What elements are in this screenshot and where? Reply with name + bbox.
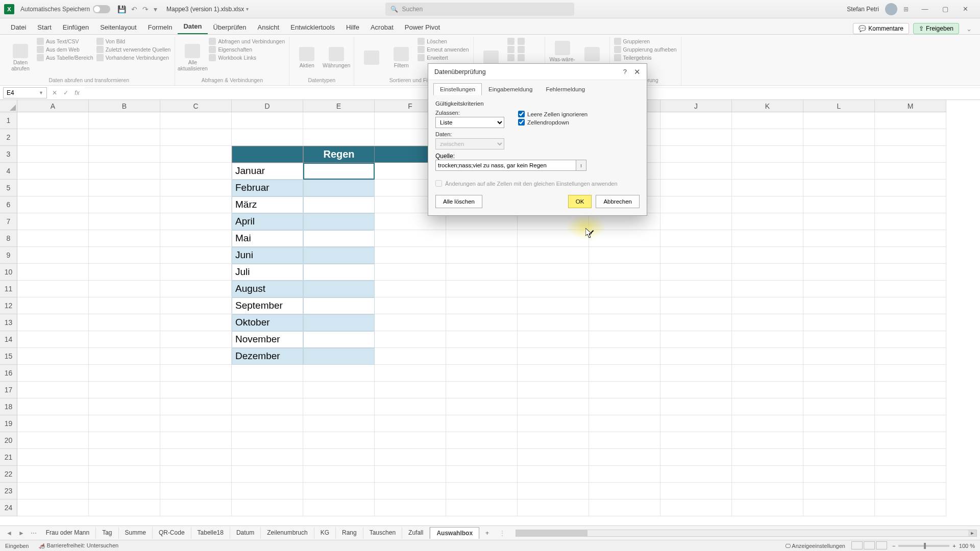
month-cell-juli[interactable]: Juli	[232, 264, 303, 281]
cell[interactable]	[589, 365, 660, 382]
cell[interactable]	[17, 247, 89, 264]
cell[interactable]	[803, 314, 875, 331]
tab-entwicklertools[interactable]: Entwicklertools	[285, 20, 340, 34]
cell[interactable]	[160, 365, 232, 382]
cell[interactable]	[446, 449, 518, 466]
cell[interactable]	[660, 297, 732, 314]
cell[interactable]	[17, 348, 89, 365]
cell[interactable]	[160, 449, 232, 466]
cell[interactable]	[89, 129, 160, 146]
workbook-links[interactable]: Workbook Links	[209, 54, 285, 61]
cell[interactable]	[446, 432, 518, 449]
horizontal-scrollbar[interactable]: ◄ ►	[516, 530, 977, 537]
cell[interactable]	[732, 449, 803, 466]
month-cell-märz[interactable]: März	[232, 196, 303, 213]
row-header-16[interactable]: 16	[0, 365, 17, 382]
cell[interactable]	[17, 466, 89, 483]
confirm-formula-icon[interactable]: ✓	[61, 89, 70, 96]
cell[interactable]	[375, 314, 446, 331]
cell[interactable]	[232, 382, 303, 398]
cell[interactable]	[160, 112, 232, 129]
cell[interactable]	[589, 449, 660, 466]
cell[interactable]	[89, 163, 160, 180]
cell[interactable]	[518, 449, 589, 466]
cell[interactable]	[875, 466, 946, 483]
cell[interactable]	[732, 398, 803, 415]
cell[interactable]	[875, 196, 946, 213]
page-layout-view-icon[interactable]	[864, 541, 875, 549]
add-sheet-button[interactable]: +	[479, 530, 495, 537]
cell[interactable]	[875, 348, 946, 365]
cell[interactable]	[232, 415, 303, 432]
cell[interactable]	[732, 129, 803, 146]
cell[interactable]	[160, 297, 232, 314]
cell[interactable]	[375, 398, 446, 415]
cell[interactable]	[17, 264, 89, 281]
row-header-22[interactable]: 22	[0, 466, 17, 483]
cell[interactable]	[89, 247, 160, 264]
sort-az-button[interactable]	[358, 38, 385, 77]
cell[interactable]	[232, 449, 303, 466]
row-header-23[interactable]: 23	[0, 483, 17, 499]
cell[interactable]	[232, 365, 303, 382]
cell[interactable]	[160, 314, 232, 331]
cell[interactable]	[732, 297, 803, 314]
cell[interactable]	[17, 314, 89, 331]
cell[interactable]	[303, 432, 375, 449]
row-header-1[interactable]: 1	[0, 112, 17, 129]
cell[interactable]	[589, 432, 660, 449]
dialog-close-button[interactable]: ✕	[634, 67, 641, 77]
tab-ansicht[interactable]: Ansicht	[252, 20, 285, 34]
redo-icon[interactable]: ↷	[142, 5, 149, 13]
cell[interactable]	[89, 348, 160, 365]
teams-icon[interactable]: ⊞	[903, 6, 909, 13]
from-image[interactable]: Von Bild	[96, 38, 171, 45]
cell[interactable]	[303, 415, 375, 432]
cell[interactable]	[875, 365, 946, 382]
row-header-21[interactable]: 21	[0, 449, 17, 466]
row-header-5[interactable]: 5	[0, 180, 17, 196]
ribbon-options-icon[interactable]: ⌄	[963, 25, 975, 33]
month-cell-mai[interactable]: Mai	[232, 230, 303, 247]
cell[interactable]	[660, 331, 732, 348]
sheet-tab-rang[interactable]: Rang	[336, 527, 363, 539]
cell[interactable]	[875, 213, 946, 230]
cell[interactable]	[89, 230, 160, 247]
cell[interactable]	[803, 432, 875, 449]
tab-seitenlayout[interactable]: Seitenlayout	[94, 20, 142, 34]
in-cell-dropdown-checkbox[interactable]: Zellendropdown	[518, 119, 587, 126]
cell[interactable]	[89, 196, 160, 213]
sheet-tab-datum[interactable]: Datum	[230, 527, 261, 539]
cancel-formula-icon[interactable]: ✕	[50, 89, 59, 96]
cell[interactable]	[875, 180, 946, 196]
dialog-help-button[interactable]: ?	[623, 68, 627, 76]
cell[interactable]	[17, 146, 89, 163]
cell[interactable]	[589, 331, 660, 348]
cell[interactable]	[589, 483, 660, 499]
recent-sources[interactable]: Zuletzt verwendete Quellen	[96, 46, 171, 53]
cell[interactable]	[589, 499, 660, 516]
row-header-4[interactable]: 4	[0, 163, 17, 180]
cell[interactable]	[160, 213, 232, 230]
page-break-view-icon[interactable]	[876, 541, 887, 549]
month-cell-januar[interactable]: Januar	[232, 163, 303, 180]
save-icon[interactable]: 💾	[117, 5, 126, 13]
row-header-12[interactable]: 12	[0, 297, 17, 314]
cell[interactable]	[660, 213, 732, 230]
cell[interactable]	[160, 331, 232, 348]
cell[interactable]	[232, 112, 303, 129]
cell[interactable]	[875, 331, 946, 348]
cell[interactable]	[589, 314, 660, 331]
cell[interactable]	[875, 247, 946, 264]
cell[interactable]	[446, 466, 518, 483]
cell[interactable]	[89, 213, 160, 230]
cell[interactable]	[803, 466, 875, 483]
cell[interactable]	[518, 264, 589, 281]
cell[interactable]	[803, 230, 875, 247]
row-header-17[interactable]: 17	[0, 382, 17, 398]
cell[interactable]	[875, 163, 946, 180]
name-box-dropdown-icon[interactable]: ▼	[39, 90, 43, 95]
zoom-out-icon[interactable]: −	[892, 543, 895, 549]
cell[interactable]	[518, 499, 589, 516]
advanced-filter[interactable]: Erweitert	[418, 54, 469, 61]
